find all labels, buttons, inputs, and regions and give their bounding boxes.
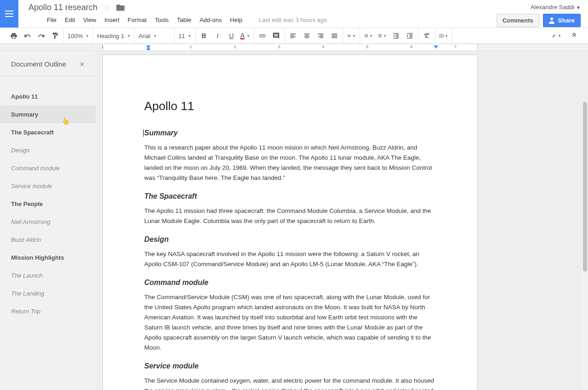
page-canvas[interactable]: Apollo 11 SummaryThis is a research pape… (102, 55, 478, 390)
decrease-indent-icon[interactable] (391, 31, 401, 40)
insert-link-icon[interactable] (258, 31, 267, 40)
document-title[interactable]: Apollo 11 research (28, 3, 97, 12)
paint-format-icon[interactable] (51, 31, 60, 40)
text-color-icon[interactable]: A▼ (241, 31, 250, 40)
caret-down-icon: ▼ (558, 34, 561, 38)
bold-icon[interactable]: B (199, 31, 209, 40)
vertical-scrollbar[interactable] (582, 102, 588, 390)
italic-icon[interactable]: I (213, 31, 222, 40)
bulleted-list-icon[interactable]: ▼ (378, 31, 387, 40)
doc-heading-h2[interactable]: The Spacecraft (144, 192, 436, 201)
font-dropdown[interactable]: Arial▼ (138, 33, 170, 39)
document-page[interactable]: Apollo 11 SummaryThis is a research pape… (102, 55, 478, 390)
svg-rect-3 (441, 35, 442, 35)
input-tools-icon[interactable]: ▼ (439, 31, 448, 40)
outline-item[interactable]: Service module (0, 177, 96, 195)
outline-item[interactable]: Neil Armstrong (0, 213, 96, 231)
menu-insert[interactable]: Insert (104, 17, 119, 23)
doc-heading-h2[interactable]: Summary (144, 129, 436, 137)
svg-rect-0 (439, 34, 443, 37)
outline-item[interactable]: Apollo 11 (0, 88, 96, 106)
hide-menus-icon[interactable] (570, 31, 579, 40)
caret-down-icon: ▼ (153, 34, 157, 38)
outline-item[interactable]: Return Trip (0, 302, 96, 320)
caret-down-icon: ▼ (352, 34, 356, 38)
outline-title: Document Outline (11, 60, 66, 68)
font-size-dropdown[interactable]: 11▼ (178, 33, 191, 39)
align-left-icon[interactable] (288, 31, 298, 40)
outline-item[interactable]: The Spacecraft (0, 123, 96, 141)
numbered-list-icon[interactable]: ▼ (364, 31, 373, 40)
caret-down-icon: ▼ (576, 5, 581, 10)
toolbar: 100%▼ Heading 1▼ Arial▼ 11▼ B I U A▼ ▼ ▼… (0, 28, 588, 44)
ruler-page-area (102, 44, 478, 50)
caret-down-icon: ▼ (85, 34, 89, 38)
comments-button[interactable]: Comments (497, 14, 539, 27)
doc-heading-h2[interactable]: Design (144, 235, 436, 244)
doc-heading-h2[interactable]: Command module (144, 279, 436, 287)
user-name: Alexandre Saddi (531, 4, 574, 11)
outline-item[interactable]: Buzz Aldrin (0, 231, 96, 249)
menu-edit[interactable]: Edit (65, 17, 75, 23)
menu-view[interactable]: View (83, 17, 96, 23)
doc-paragraph[interactable]: The Command/Service Module (CSM) was one… (144, 292, 436, 353)
folder-icon[interactable] (116, 5, 124, 11)
menu-tools[interactable]: Tools (155, 17, 169, 23)
align-right-icon[interactable] (316, 31, 325, 40)
outline-item[interactable]: Design (0, 141, 96, 159)
undo-icon[interactable] (23, 31, 32, 40)
editing-mode-icon[interactable]: ▼ (552, 31, 561, 40)
caret-down-icon: ▼ (383, 34, 387, 38)
increase-indent-icon[interactable] (405, 31, 414, 40)
menu-file[interactable]: File (47, 17, 57, 23)
doc-paragraph[interactable]: This is a research paper about the Apoll… (144, 143, 436, 183)
svg-rect-2 (441, 35, 441, 35)
underline-icon[interactable]: U (227, 31, 236, 40)
caret-down-icon: ▼ (127, 34, 130, 38)
hamburger-icon (5, 13, 13, 14)
left-indent-marker[interactable] (146, 47, 151, 50)
align-justify-icon[interactable] (330, 31, 339, 40)
doc-heading-h1[interactable]: Apollo 11 (144, 99, 436, 113)
right-indent-marker[interactable] (434, 45, 438, 49)
share-label: Share (558, 17, 575, 24)
ruler[interactable]: 1 1 2 3 4 5 6 7 (0, 44, 588, 51)
ruler-tick: 7 (454, 45, 457, 49)
doc-paragraph[interactable]: The Service Module contained oxygen, wat… (144, 376, 436, 390)
align-center-icon[interactable] (302, 31, 311, 40)
docs-home-button[interactable] (0, 0, 18, 28)
outline-item[interactable]: Command module (0, 159, 96, 177)
ruler-tick: 4 (322, 45, 324, 49)
redo-icon[interactable] (37, 31, 46, 40)
paragraph-style-dropdown[interactable]: Heading 1▼ (97, 33, 130, 39)
scrollbar-thumb[interactable] (583, 102, 587, 272)
menu-addons[interactable]: Add-ons (199, 17, 221, 23)
caret-down-icon: ▼ (188, 34, 192, 38)
zoom-dropdown[interactable]: 100%▼ (68, 33, 89, 39)
last-edit-label[interactable]: Last edit was 3 hours ago (259, 17, 327, 23)
menu-table[interactable]: Table (177, 17, 191, 23)
clear-formatting-icon[interactable] (422, 31, 431, 40)
outline-item[interactable]: The Launch (0, 267, 96, 284)
ruler-tick: 3 (278, 45, 280, 49)
share-button[interactable]: Share (543, 14, 581, 27)
doc-paragraph[interactable]: The Apollo 11 mission had three spacecra… (144, 206, 436, 226)
close-icon[interactable]: × (79, 61, 85, 67)
outline-item[interactable]: The Landing (0, 284, 96, 302)
ruler-tick: 6 (410, 45, 413, 49)
outline-item[interactable]: Summary (0, 106, 96, 123)
svg-rect-4 (442, 35, 442, 35)
doc-paragraph[interactable]: The key NASA spacecraft involved in the … (144, 249, 436, 269)
print-icon[interactable] (9, 31, 18, 40)
workspace: Document Outline × Apollo 11SummaryThe S… (0, 51, 588, 390)
menu-format[interactable]: Format (128, 17, 147, 23)
star-icon[interactable]: ☆ (104, 3, 110, 12)
line-spacing-icon[interactable]: ▼ (347, 31, 356, 40)
insert-comment-icon[interactable] (271, 31, 281, 40)
caret-down-icon: ▼ (445, 34, 448, 38)
menu-help[interactable]: Help (230, 17, 243, 23)
outline-item[interactable]: MIssion Highlights (0, 249, 96, 267)
account-menu[interactable]: Alexandre Saddi▼ (531, 4, 581, 11)
doc-heading-h2[interactable]: Service module (144, 362, 436, 370)
outline-item[interactable]: The People (0, 195, 96, 213)
